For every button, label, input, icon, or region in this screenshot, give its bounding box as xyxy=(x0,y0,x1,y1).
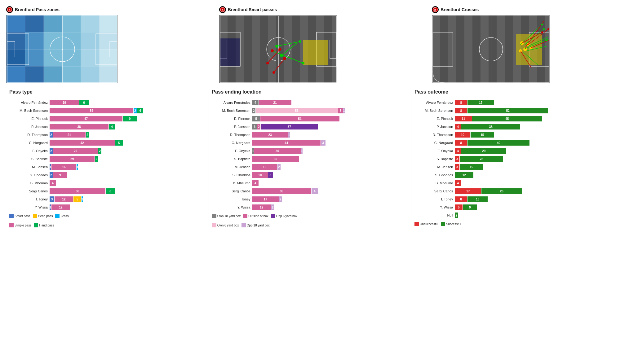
svg-rect-52 xyxy=(292,15,300,83)
svg-rect-2 xyxy=(7,15,25,32)
svg-point-80 xyxy=(283,57,286,60)
svg-text:B: B xyxy=(9,9,11,11)
svg-point-125 xyxy=(541,31,543,33)
svg-rect-22 xyxy=(81,66,100,83)
svg-rect-6 xyxy=(81,15,100,32)
pass-ending-section: Pass ending location Álvaro Fernández421… xyxy=(209,89,412,227)
svg-rect-3 xyxy=(25,15,44,32)
svg-text:B: B xyxy=(222,9,224,11)
table-row: Null2 xyxy=(414,212,611,219)
svg-point-123 xyxy=(543,28,545,30)
table-row: M. Jensen1161 xyxy=(9,164,206,170)
svg-point-77 xyxy=(280,54,283,57)
table-row: S. Ghoddos29 xyxy=(9,172,206,178)
svg-point-81 xyxy=(278,48,281,51)
table-row: Álvaro Fernández817 xyxy=(414,99,611,106)
table-row: E. Pinnock1145 xyxy=(414,115,611,122)
table-row: Y. Wissa59 xyxy=(414,204,611,211)
table-row: M. Bech Sørensen5424 xyxy=(9,107,206,114)
table-row: B. Mbeumo4 xyxy=(414,180,611,186)
pass-ending-bars: Álvaro Fernández421M. Bech Sørensen25331… xyxy=(212,99,408,211)
table-row: I. Toney31251 xyxy=(9,196,206,203)
smart-passes-title: B Brentford Smart passes xyxy=(219,6,401,13)
table-row: C. Nørgaard425 xyxy=(9,139,206,146)
svg-rect-11 xyxy=(81,32,100,49)
table-row: P. Jansson438 xyxy=(414,123,611,130)
pass-type-section: Pass type Álvaro Fernández196M. Bech Sør… xyxy=(6,89,209,227)
svg-rect-92 xyxy=(489,15,497,83)
svg-rect-51 xyxy=(284,15,292,83)
svg-rect-19 xyxy=(25,66,44,83)
table-row: D. Thompson2212 xyxy=(9,131,206,138)
table-row: F. Onyeka429 xyxy=(414,147,611,154)
svg-rect-16 xyxy=(81,49,100,66)
table-row: M. Jensen162 xyxy=(212,164,408,170)
table-row: S. Ghoddos103 xyxy=(212,172,408,178)
svg-rect-94 xyxy=(505,15,513,83)
svg-rect-87 xyxy=(448,15,456,83)
table-row: E. Pinnock551 xyxy=(212,115,408,122)
table-row: P. Jansson384 xyxy=(9,123,206,130)
svg-rect-99 xyxy=(545,15,550,83)
svg-rect-4 xyxy=(44,15,62,32)
table-row: Y. Wissa112 xyxy=(9,204,206,211)
table-row: Álvaro Fernández196 xyxy=(9,99,206,106)
svg-rect-13 xyxy=(7,49,25,66)
pass-type-legend: Smart pass Head pass Cross Simple pass H… xyxy=(9,214,206,227)
svg-rect-47 xyxy=(252,15,260,83)
table-row: Álvaro Fernández421 xyxy=(212,99,408,106)
svg-rect-7 xyxy=(100,15,118,32)
svg-rect-66 xyxy=(220,38,240,66)
svg-rect-93 xyxy=(497,15,505,83)
svg-rect-46 xyxy=(244,15,252,83)
pass-type-bars: Álvaro Fernández196M. Bech Sørensen5424E… xyxy=(9,99,206,211)
table-row: Y. Wissa122 xyxy=(212,204,408,211)
table-row: S. Baptiste328 xyxy=(414,156,611,162)
brentford-badge-3: B xyxy=(432,6,439,13)
pass-outcome-title: Pass outcome xyxy=(414,89,611,96)
svg-point-122 xyxy=(541,24,543,25)
table-row: Sergi Canós384 xyxy=(212,188,408,195)
svg-point-124 xyxy=(546,39,548,41)
table-row: I. Toney172 xyxy=(212,196,408,203)
pass-ending-title: Pass ending location xyxy=(212,89,408,96)
table-row: D. Thompson231 xyxy=(212,131,408,138)
svg-point-74 xyxy=(266,62,269,64)
svg-rect-105 xyxy=(516,34,542,65)
table-row: S. Ghoddos12 xyxy=(414,172,611,178)
table-row: F. Onyeka1301 xyxy=(212,147,408,154)
svg-rect-91 xyxy=(480,15,489,83)
table-row: Sergi Canós1726 xyxy=(414,188,611,195)
svg-rect-5 xyxy=(62,15,81,32)
brentford-badge-1: B xyxy=(6,6,13,13)
svg-rect-9 xyxy=(25,32,44,49)
svg-rect-89 xyxy=(464,15,472,83)
svg-point-72 xyxy=(299,40,301,43)
svg-point-79 xyxy=(271,49,274,52)
pass-zones-title: B Brentford Pass zones xyxy=(6,6,188,13)
table-row: F. Onyeka2292 xyxy=(9,147,206,154)
table-row: S. Baptiste30 xyxy=(212,156,408,162)
svg-rect-12 xyxy=(100,32,118,49)
svg-rect-14 xyxy=(25,49,44,66)
table-row: I. Toney813 xyxy=(414,196,611,203)
table-row: B. Mbeumo4 xyxy=(9,180,206,186)
svg-rect-86 xyxy=(440,15,448,83)
svg-point-70 xyxy=(302,62,304,64)
table-row: S. Baptiste292 xyxy=(9,156,206,162)
svg-point-78 xyxy=(275,45,278,48)
table-row: E. Pinnock479 xyxy=(9,115,206,122)
table-row: Sergi Canós366 xyxy=(9,188,206,195)
table-row: M. Bech Sørensen25331 xyxy=(212,107,408,114)
svg-rect-85 xyxy=(432,15,440,83)
svg-point-76 xyxy=(272,71,275,74)
svg-rect-88 xyxy=(456,15,464,83)
svg-rect-21 xyxy=(62,66,81,83)
table-row: C. Nørgaard840 xyxy=(414,139,611,146)
crosses-title: B Brentford Crosses xyxy=(432,6,614,13)
svg-text:B: B xyxy=(434,9,436,11)
pass-ending-legend: Own 18 yard box Outside of box Opp 6 yar… xyxy=(212,214,408,227)
table-row: D. Thompson1015 xyxy=(414,131,611,138)
pass-outcome-legend: Unsuccessful Successful xyxy=(414,222,611,226)
pass-outcome-bars: Álvaro Fernández817M. Bech Sørensen852E.… xyxy=(414,99,611,219)
